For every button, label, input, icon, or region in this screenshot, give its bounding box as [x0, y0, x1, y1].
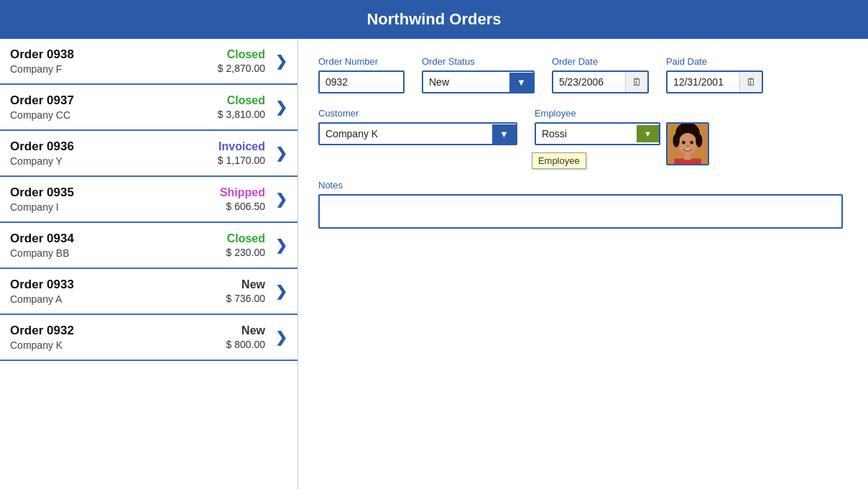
order-number-group: Order Number [318, 56, 405, 93]
employee-label: Employee [535, 108, 709, 119]
svg-point-3 [673, 134, 679, 147]
order-status: Closed [218, 94, 265, 107]
order-list: Order 0938 Company F Closed $ 2,870.00 ❯… [0, 39, 298, 489]
order-info: Order 0934 Company BB [10, 232, 226, 259]
order-status-amount: Closed $ 230.00 [226, 232, 266, 258]
order-status: Shipped [220, 186, 265, 199]
order-status-group: Order Status NewInvoicedShippedClosed ▼ [422, 56, 535, 93]
employee-group: Employee ▼ Employee [535, 108, 709, 165]
order-chevron-icon[interactable]: ❯ [275, 191, 287, 208]
order-amount: $ 800.00 [226, 339, 266, 350]
order-date-input[interactable] [553, 72, 625, 92]
paid-date-input[interactable] [668, 72, 739, 92]
order-status: Closed [218, 48, 265, 61]
order-info: Order 0932 Company K [10, 324, 226, 351]
customer-group: Customer Company ACompany BCompany FComp… [318, 108, 517, 145]
employee-row: ▼ Employee [535, 122, 709, 165]
order-status-dropdown-btn[interactable]: ▼ [509, 73, 533, 92]
order-info: Order 0936 Company Y [10, 140, 218, 167]
notes-label: Notes [318, 180, 848, 191]
employee-photo [666, 122, 709, 165]
order-amount: $ 3,810.00 [218, 109, 265, 120]
order-status: New [226, 324, 266, 337]
order-info: Order 0938 Company F [10, 47, 218, 75]
notes-textarea[interactable] [318, 194, 843, 229]
employee-select-group: ▼ Employee [535, 122, 660, 145]
order-status-amount: Closed $ 3,810.00 [218, 94, 265, 120]
order-status-amount: Closed $ 2,870.00 [218, 48, 265, 74]
order-title: Order 0937 [10, 93, 218, 108]
order-amount: $ 606.50 [220, 201, 265, 212]
form-row-1: Order Number Order Status NewInvoicedShi… [318, 56, 848, 93]
employee-dropdown-btn[interactable]: ▼ [637, 125, 659, 142]
order-chevron-icon[interactable]: ❯ [275, 52, 287, 70]
paid-date-calendar-btn[interactable]: 🗓 [739, 72, 762, 92]
order-status: Invoiced [218, 140, 265, 153]
order-number-label: Order Number [318, 56, 405, 67]
order-company: Company A [10, 293, 226, 305]
order-item-order-0933[interactable]: Order 0933 Company A New $ 736.00 ❯ [0, 269, 297, 315]
order-info: Order 0937 Company CC [10, 93, 218, 121]
order-item-order-0934[interactable]: Order 0934 Company BB Closed $ 230.00 ❯ [0, 223, 297, 269]
order-title: Order 0938 [10, 47, 218, 62]
customer-select-wrapper: Company ACompany BCompany FCompany IComp… [318, 122, 517, 145]
order-chevron-icon[interactable]: ❯ [275, 145, 287, 162]
order-date-group: Order Date 🗓 [552, 56, 649, 93]
order-amount: $ 2,870.00 [218, 63, 265, 74]
order-title: Order 0932 [10, 324, 226, 338]
order-chevron-icon[interactable]: ❯ [275, 283, 287, 300]
svg-rect-9 [684, 153, 691, 160]
order-status-amount: Shipped $ 606.50 [220, 186, 265, 212]
order-title: Order 0936 [10, 140, 218, 154]
order-info: Order 0935 Company I [10, 186, 220, 213]
order-amount: $ 1,170.00 [218, 155, 265, 166]
order-amount: $ 736.00 [226, 293, 266, 304]
order-status-amount: Invoiced $ 1,170.00 [218, 140, 265, 166]
order-status-amount: New $ 800.00 [226, 324, 266, 350]
order-company: Company BB [10, 247, 226, 259]
customer-select[interactable]: Company ACompany BCompany FCompany IComp… [320, 124, 492, 144]
order-title: Order 0933 [10, 278, 226, 292]
order-amount: $ 230.00 [226, 247, 266, 258]
employee-tooltip: Employee [532, 152, 586, 169]
order-date-input-wrapper: 🗓 [552, 70, 649, 93]
order-company: Company K [10, 339, 226, 351]
svg-point-7 [686, 145, 689, 147]
order-item-order-0938[interactable]: Order 0938 Company F Closed $ 2,870.00 ❯ [0, 39, 297, 85]
order-company: Company I [10, 201, 220, 213]
customer-dropdown-btn[interactable]: ▼ [492, 124, 516, 144]
order-chevron-icon[interactable]: ❯ [275, 329, 287, 346]
order-date-label: Order Date [552, 56, 649, 67]
order-item-order-0936[interactable]: Order 0936 Company Y Invoiced $ 1,170.00… [0, 131, 297, 177]
order-status-amount: New $ 736.00 [226, 278, 266, 304]
order-company: Company Y [10, 155, 218, 167]
paid-date-group: Paid Date 🗓 [666, 56, 763, 93]
order-status-label: Order Status [422, 56, 535, 67]
order-status: New [226, 278, 266, 291]
order-status: Closed [226, 232, 266, 245]
order-title: Order 0935 [10, 186, 220, 200]
app-header: Northwind Orders [0, 0, 868, 39]
employee-select-wrapper: ▼ [535, 122, 660, 145]
paid-date-label: Paid Date [666, 56, 763, 67]
employee-input[interactable] [536, 124, 637, 144]
detail-panel: Order Number Order Status NewInvoicedShi… [298, 39, 868, 489]
order-chevron-icon[interactable]: ❯ [275, 237, 287, 254]
order-item-order-0932[interactable]: Order 0932 Company K New $ 800.00 ❯ [0, 315, 297, 361]
order-company: Company F [10, 63, 218, 75]
order-title: Order 0934 [10, 232, 226, 246]
app-title: Northwind Orders [366, 10, 501, 28]
order-item-order-0937[interactable]: Order 0937 Company CC Closed $ 3,810.00 … [0, 85, 297, 131]
customer-label: Customer [318, 108, 517, 119]
notes-group: Notes [318, 180, 848, 229]
paid-date-input-wrapper: 🗓 [666, 70, 763, 93]
order-chevron-icon[interactable]: ❯ [275, 99, 287, 116]
svg-point-5 [682, 141, 685, 145]
order-info: Order 0933 Company A [10, 278, 226, 305]
svg-point-4 [696, 134, 702, 147]
order-company: Company CC [10, 109, 218, 121]
order-number-input[interactable] [318, 70, 405, 93]
order-item-order-0935[interactable]: Order 0935 Company I Shipped $ 606.50 ❯ [0, 177, 297, 223]
order-status-select[interactable]: NewInvoicedShippedClosed [423, 72, 509, 92]
order-date-calendar-btn[interactable]: 🗓 [625, 72, 647, 92]
